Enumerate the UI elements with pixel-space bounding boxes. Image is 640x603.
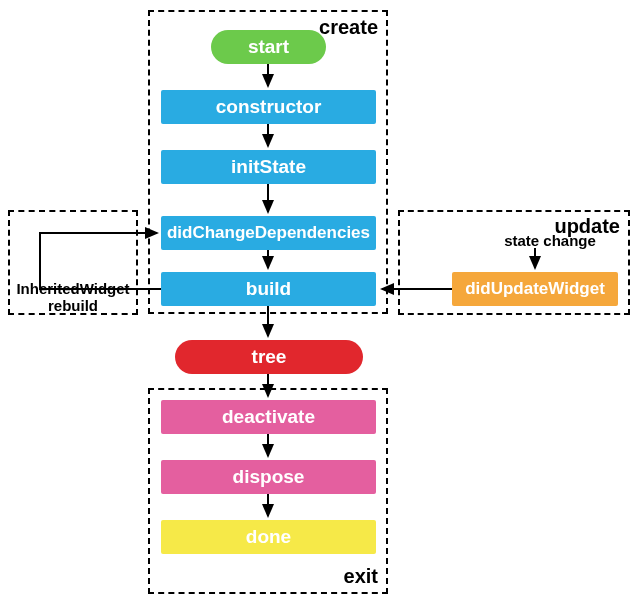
node-tree: tree	[175, 340, 363, 374]
node-didchangedependencies: didChangeDependencies	[161, 216, 376, 250]
label-inherited-rebuild: InheritedWidget rebuild	[14, 280, 132, 315]
panel-exit-label: exit	[344, 565, 378, 588]
node-start: start	[211, 30, 326, 64]
label-state-change: state change	[495, 232, 605, 249]
node-constructor: constructor	[161, 90, 376, 124]
node-initstate: initState	[161, 150, 376, 184]
node-build: build	[161, 272, 376, 306]
node-dispose: dispose	[161, 460, 376, 494]
node-didupdatewidget: didUpdateWidget	[452, 272, 618, 306]
panel-create-label: create	[319, 16, 378, 39]
node-deactivate: deactivate	[161, 400, 376, 434]
node-done: done	[161, 520, 376, 554]
